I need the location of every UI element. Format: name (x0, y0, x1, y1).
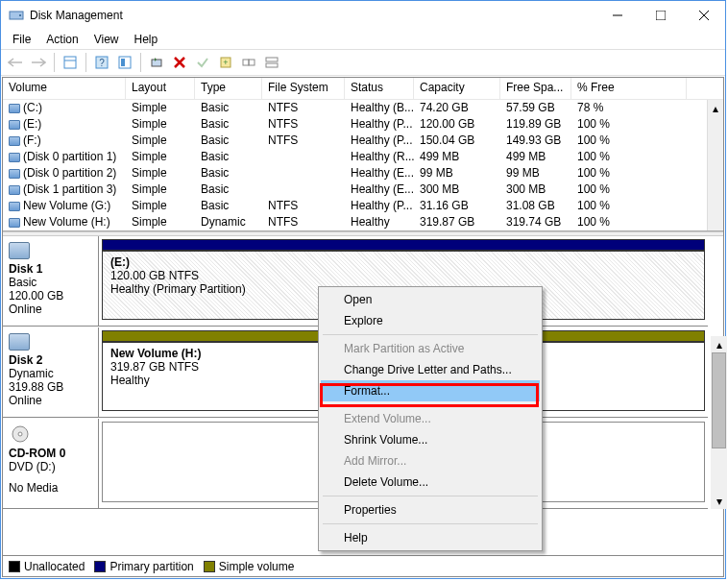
scroll-down-icon[interactable]: ▾ (711, 493, 727, 509)
svg-rect-11 (121, 59, 125, 66)
volume-icon (9, 169, 20, 179)
back-button[interactable] (5, 52, 26, 73)
svg-rect-12 (152, 60, 161, 66)
menu-item-delete-volume[interactable]: Delete Volume... (321, 472, 540, 493)
col-layout[interactable]: Layout (126, 78, 195, 99)
scroll-up-icon[interactable]: ▴ (711, 336, 727, 352)
volume-icon (9, 153, 20, 162)
toolbar: ? + (1, 49, 725, 76)
toolbar-btn-6[interactable] (192, 52, 213, 73)
table-row[interactable]: (Disk 1 partition 3)SimpleBasicHealthy (… (3, 182, 723, 198)
volume-icon (9, 218, 20, 228)
cdrom-icon (9, 424, 32, 444)
svg-rect-6 (64, 57, 76, 68)
menu-view[interactable]: View (86, 31, 127, 48)
table-row[interactable]: (C:)SimpleBasicNTFSHealthy (B...74.20 GB… (3, 100, 723, 116)
toolbar-btn-3[interactable] (114, 52, 135, 73)
col-volume[interactable]: Volume (3, 78, 126, 99)
disk-label[interactable]: Disk 1Basic120.00 GBOnline (3, 236, 99, 326)
table-row[interactable]: New Volume (G:)SimpleBasicNTFSHealthy (P… (3, 198, 723, 214)
menu-item-add-mirror: Add Mirror... (321, 450, 540, 472)
volume-icon (9, 185, 20, 195)
table-scrollbar[interactable]: ▴ (707, 100, 723, 230)
legend-unallocated: Unallocated (9, 560, 85, 573)
scroll-up-icon[interactable]: ▴ (708, 100, 723, 116)
menu-item-help[interactable]: Help (321, 527, 540, 548)
volume-icon (9, 104, 20, 113)
volume-icon (9, 136, 20, 146)
disk-label[interactable]: Disk 2Dynamic319.88 GBOnline (3, 327, 99, 417)
toolbar-btn-9[interactable] (261, 52, 282, 73)
table-row[interactable]: (Disk 0 partition 1)SimpleBasicHealthy (… (3, 149, 723, 165)
svg-rect-15 (243, 60, 249, 65)
volume-icon (9, 120, 20, 130)
svg-rect-3 (656, 11, 666, 20)
menu-item-mark-partition-as-active: Mark Partition as Active (321, 338, 540, 359)
menu-separator (323, 523, 538, 524)
table-row[interactable]: (F:)SimpleBasicNTFSHealthy (P...150.04 G… (3, 133, 723, 149)
partition-header-bar (102, 239, 705, 251)
legend-simple: Simple volume (204, 560, 295, 573)
svg-text:?: ? (99, 58, 105, 68)
table-rows: (C:)SimpleBasicNTFSHealthy (B...74.20 GB… (3, 100, 723, 230)
col-freespace[interactable]: Free Spa... (500, 78, 571, 99)
svg-point-1 (19, 14, 21, 16)
legend: Unallocated Primary partition Simple vol… (3, 555, 723, 576)
menu-item-open[interactable]: Open (321, 289, 540, 310)
toolbar-btn-1[interactable] (60, 52, 81, 73)
svg-point-20 (18, 432, 22, 436)
menu-item-format[interactable]: Format... (321, 380, 540, 401)
delete-button[interactable] (169, 52, 190, 73)
legend-primary: Primary partition (94, 560, 193, 573)
titlebar[interactable]: Disk Management (1, 1, 725, 30)
close-button[interactable] (682, 1, 725, 30)
col-pctfree[interactable]: % Free (571, 78, 687, 99)
menu-item-explore[interactable]: Explore (321, 310, 540, 331)
menu-help[interactable]: Help (127, 31, 166, 48)
svg-rect-18 (266, 63, 278, 67)
col-status[interactable]: Status (345, 78, 414, 99)
menu-item-extend-volume: Extend Volume... (321, 408, 540, 429)
menu-file[interactable]: File (5, 31, 38, 48)
menubar: File Action View Help (1, 30, 725, 49)
menu-separator (323, 496, 538, 496)
help-button[interactable]: ? (91, 52, 112, 73)
minimize-button[interactable] (595, 1, 639, 30)
table-row[interactable]: New Volume (H:)SimpleDynamicNTFSHealthy3… (3, 214, 723, 230)
table-header: Volume Layout Type File System Status Ca… (3, 78, 723, 100)
context-menu: OpenExploreMark Partition as ActiveChang… (318, 286, 543, 551)
menu-separator (323, 334, 538, 335)
disk-panel-scrollbar[interactable]: ▴ ▾ (711, 336, 727, 509)
menu-item-properties[interactable]: Properties (321, 499, 540, 520)
svg-rect-16 (249, 60, 255, 65)
window-title: Disk Management (30, 9, 595, 22)
toolbar-btn-8[interactable] (238, 52, 259, 73)
table-row[interactable]: (Disk 0 partition 2)SimpleBasicHealthy (… (3, 165, 723, 182)
app-icon (9, 8, 24, 23)
menu-separator (323, 404, 538, 405)
toolbar-btn-7[interactable]: + (215, 52, 236, 73)
menu-item-shrink-volume[interactable]: Shrink Volume... (321, 429, 540, 450)
disk-icon (9, 242, 30, 259)
col-type[interactable]: Type (195, 78, 262, 99)
col-filesystem[interactable]: File System (262, 78, 345, 99)
col-capacity[interactable]: Capacity (414, 78, 500, 99)
table-row[interactable]: (E:)SimpleBasicNTFSHealthy (P...120.00 G… (3, 116, 723, 133)
scrollbar-thumb[interactable] (712, 352, 726, 448)
forward-button[interactable] (28, 52, 49, 73)
menu-item-change-drive-letter-and-paths[interactable]: Change Drive Letter and Paths... (321, 359, 540, 380)
maximize-button[interactable] (639, 1, 682, 30)
svg-text:+: + (223, 58, 228, 67)
refresh-button[interactable] (146, 52, 167, 73)
svg-rect-17 (266, 58, 278, 61)
disk-icon (9, 333, 30, 351)
menu-action[interactable]: Action (38, 31, 85, 48)
volume-icon (9, 202, 20, 211)
volume-table: Volume Layout Type File System Status Ca… (3, 78, 723, 231)
disk-label[interactable]: CD-ROM 0DVD (D:)No Media (3, 419, 99, 508)
